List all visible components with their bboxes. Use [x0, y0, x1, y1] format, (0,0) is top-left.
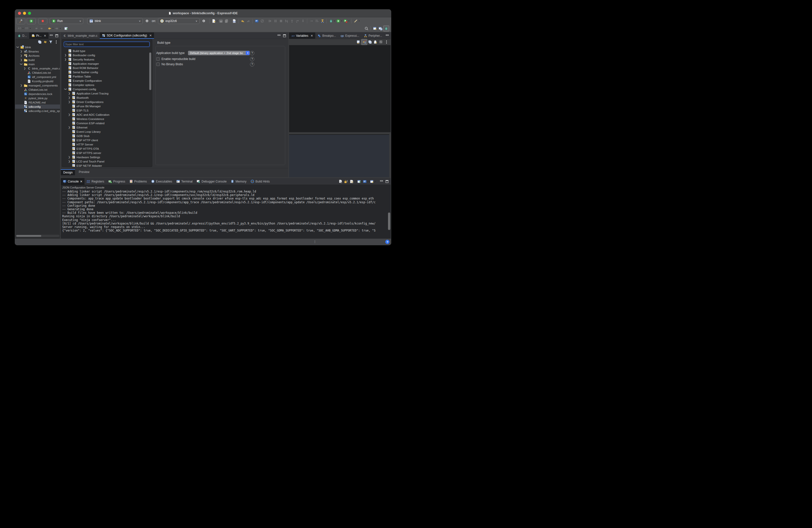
expand-arrow-icon[interactable]: ❯	[68, 126, 71, 129]
run-button[interactable]	[27, 18, 36, 24]
min-icon[interactable]	[379, 179, 384, 184]
max-icon[interactable]	[54, 33, 59, 39]
tree-item-kconfig-projbuild[interactable]: Kconfig.projbuild	[15, 79, 60, 83]
scroll-lock-icon[interactable]	[343, 179, 349, 184]
tree-item-cmakelists-txt[interactable]: CMakeLists.txt	[15, 71, 60, 75]
persp-debug-icon[interactable]	[383, 26, 389, 31]
launch-mode-select[interactable]: Run∨	[50, 18, 83, 24]
expand-arrow-icon[interactable]: ❯	[68, 113, 71, 116]
expand-arrow-icon[interactable]: ❯	[20, 54, 23, 57]
expand-arrow-icon[interactable]: ❯	[20, 50, 23, 53]
dropdown-arrow-icon[interactable]: ▼	[341, 20, 343, 22]
tab-progress[interactable]: Progress	[106, 178, 127, 185]
close-icon[interactable]: ✕	[44, 34, 46, 38]
tree-item-blink-example-main-c[interactable]: ❯Cblink_example_main.c	[15, 66, 60, 71]
reproducible-build-checkbox[interactable]	[156, 57, 160, 61]
variables-content[interactable]	[289, 45, 391, 132]
add-watch-icon[interactable]	[373, 39, 378, 45]
tree-item-binaries[interactable]: ❯Binaries	[15, 49, 60, 54]
tab-debug[interactable]: D...	[15, 32, 29, 39]
config-item-adc-and-adc-calibration[interactable]: ❯ADC and ADC Calibration	[62, 113, 152, 117]
binary-doc-icon[interactable]: 010	[232, 18, 237, 24]
show-type-icon[interactable]	[356, 39, 361, 45]
play-orb-icon[interactable]	[335, 18, 341, 24]
config-item-http-server[interactable]: HTTP Server	[62, 142, 152, 147]
config-item-partition-table[interactable]: Partition Table	[62, 74, 152, 78]
link-editor-icon[interactable]	[43, 39, 48, 45]
pin-console-icon[interactable]	[357, 179, 362, 184]
tab-project-explorer[interactable]: Pr... ✕	[29, 32, 48, 39]
tree-item-dependencies-lock[interactable]: dependencies.lock	[15, 92, 60, 96]
collapse-all-icon[interactable]	[367, 39, 373, 45]
expand-arrow-icon[interactable]: ❯	[64, 58, 67, 61]
pin-editor-icon[interactable]	[63, 26, 69, 31]
config-item-common-esp-related[interactable]: Common ESP-related	[62, 121, 152, 125]
app-build-type-select[interactable]: Default (binary application + 2nd stage …	[188, 51, 250, 55]
expand-arrow-icon[interactable]: ❯	[68, 101, 71, 103]
persp-cpp-icon[interactable]: C	[378, 26, 383, 31]
ext-tools-icon[interactable]	[353, 18, 359, 24]
config-item-esp-https-ota[interactable]: ESP HTTPS OTA	[62, 147, 152, 151]
tree-item-sdkconfig-ci-led-strip-sp[interactable]: sdkconfig.ci.led_strip_sp	[15, 109, 60, 113]
help-icon[interactable]: ?	[250, 62, 254, 67]
help-icon[interactable]: ?	[250, 57, 254, 61]
horizontal-scrollbar[interactable]	[16, 235, 59, 237]
help-icon[interactable]: ?	[250, 51, 254, 55]
filter-icon[interactable]	[48, 39, 54, 45]
tab-expressions[interactable]: x= Expressi...	[338, 32, 362, 39]
config-item-efuse-bit-manager[interactable]: eFuse Bit Manager	[62, 104, 152, 108]
dropdown-arrow-icon[interactable]: ▼	[348, 20, 350, 22]
config-item-ethernet[interactable]: ❯Ethernet	[62, 125, 152, 130]
vertical-scrollbar[interactable]	[149, 53, 151, 90]
dropdown-arrow-icon[interactable]: ▼	[334, 20, 335, 22]
close-icon[interactable]: ✕	[149, 34, 152, 37]
tree-item-idf-component-yml[interactable]: idf_component.yml	[15, 75, 60, 79]
config-item-bootloader-config[interactable]: ❯Bootloader config	[62, 53, 152, 57]
back-icon[interactable]	[47, 26, 52, 31]
launch-config-gear-icon[interactable]	[144, 18, 150, 24]
tab-registers[interactable]: 10100101Registers	[85, 178, 106, 185]
config-item-gdb-stub[interactable]: GDB Stub	[62, 134, 152, 138]
min-icon[interactable]	[48, 33, 54, 39]
config-item-esp-tls[interactable]: ESP-TLS	[62, 108, 152, 113]
tree-item-blink[interactable]: ❯Cblink	[15, 45, 60, 49]
tab-variables[interactable]: (x)= Variables ✕	[289, 32, 315, 39]
kebab-icon[interactable]	[384, 39, 389, 45]
word-wrap-icon[interactable]	[349, 179, 354, 184]
dropdown-arrow-icon[interactable]: ▼	[22, 28, 24, 29]
config-item-esp-netif-adapter[interactable]: ESP NETIF Adapter	[62, 163, 152, 167]
dropdown-arrow-icon[interactable]: ▼	[367, 181, 369, 182]
expand-arrow-icon[interactable]: ❯	[20, 63, 23, 66]
tree-item-readme-md[interactable]: README.md	[15, 100, 60, 104]
expand-arrow-icon[interactable]: ❯	[68, 156, 71, 159]
help-button[interactable]: ?	[385, 240, 390, 244]
coverage-icon[interactable]	[343, 18, 348, 24]
undo-icon[interactable]	[240, 18, 246, 24]
console-select-icon[interactable]	[254, 18, 260, 24]
new-wizard-icon[interactable]	[211, 18, 217, 24]
open-console-icon[interactable]	[369, 179, 375, 184]
config-item-driver-configurations[interactable]: ❯Driver Configurations	[62, 100, 152, 104]
config-item-application-manager[interactable]: Application manager	[62, 61, 152, 66]
min-icon[interactable]	[276, 33, 282, 39]
dropdown-arrow-icon[interactable]: ▼	[217, 20, 218, 22]
expand-arrow-icon[interactable]: ❯	[23, 67, 26, 70]
tree-item-archives[interactable]: ❯Archives	[15, 54, 60, 58]
expand-arrow-icon[interactable]: ❯	[64, 88, 67, 91]
tree-item-cmakelists-txt[interactable]: CMakeLists.txt	[15, 88, 60, 92]
search-icon[interactable]	[364, 26, 369, 31]
config-item-boot-rom-behavior[interactable]: Boot ROM Behavior	[62, 66, 152, 70]
tab-problems[interactable]: Problems	[127, 178, 149, 185]
zoom-window-button[interactable]	[28, 12, 31, 15]
tab-preview[interactable]: Preview	[76, 169, 92, 175]
tree-item-pytest-blink-py[interactable]: pytest_blink.py	[15, 96, 60, 100]
config-item-application-level-tracing[interactable]: ❯Application Level Tracing	[62, 91, 152, 96]
expand-arrow-icon[interactable]: ❯	[20, 84, 23, 87]
clear-console-icon[interactable]	[338, 179, 343, 184]
display-console-icon[interactable]	[362, 179, 367, 184]
tab-console[interactable]: Console✕	[61, 178, 85, 185]
config-item-example-configuration[interactable]: Example Configuration	[62, 78, 152, 83]
tree-item-build[interactable]: ❯build	[15, 58, 60, 62]
tab-blink-example-main[interactable]: C blink_example_main.c	[61, 32, 100, 39]
launch-config-select[interactable]: C blink∨	[87, 18, 143, 24]
